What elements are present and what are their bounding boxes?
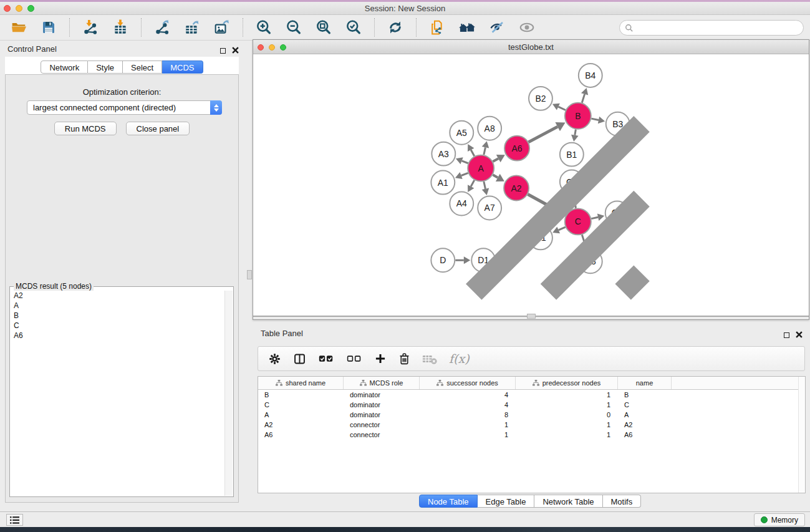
select-all-button[interactable]	[318, 352, 334, 365]
delete-table-icon	[422, 353, 437, 365]
search-input[interactable]	[634, 22, 803, 34]
task-history-button[interactable]	[6, 514, 23, 526]
close-icon	[232, 47, 239, 54]
tab-node-table[interactable]: Node Table	[419, 495, 478, 508]
tab-network[interactable]: Network	[41, 60, 88, 74]
import-table-button[interactable]	[109, 17, 132, 38]
result-item[interactable]: B	[12, 311, 223, 321]
zoom-out-button[interactable]	[282, 17, 305, 38]
houses-icon	[458, 19, 476, 36]
network-canvas[interactable]: AA1A2A3A4A5A6A7A8BB1B2B3B4CC1C2C3C4DD1	[254, 54, 808, 316]
result-item[interactable]: A	[12, 301, 223, 311]
column-header-predecessor-nodes[interactable]: predecessor nodes	[516, 377, 618, 389]
tab-select[interactable]: Select	[123, 60, 162, 74]
export-network-icon	[154, 19, 170, 36]
network-from-selection-button[interactable]	[426, 17, 448, 38]
table-body: Bdominator41BCdominator41CAdominator80AA…	[258, 390, 805, 440]
table-panel-title: Table Panel	[261, 329, 303, 338]
table-row[interactable]: Bdominator41B	[258, 390, 805, 400]
tab-edge-table[interactable]: Edge Table	[478, 495, 535, 508]
zoom-fit-button[interactable]	[312, 17, 335, 38]
application-window: Session: New Session	[0, 2, 810, 527]
add-column-button[interactable]	[374, 352, 387, 365]
delete-table-button[interactable]	[422, 353, 437, 365]
columns-icon	[293, 352, 306, 365]
criterion-selected-value: largest connected component (directed)	[27, 103, 210, 112]
table-close-button[interactable]	[796, 329, 803, 341]
mcds-result-box: MCDS result (5 nodes) A2ABCA6	[9, 286, 234, 497]
zoom-selected-button[interactable]	[342, 17, 365, 38]
export-image-button[interactable]	[211, 17, 233, 38]
table-settings-button[interactable]	[268, 352, 281, 365]
result-list-scrollbar[interactable]	[224, 291, 233, 496]
network-bottom-divider	[253, 316, 809, 319]
control-panel-header: Control Panel	[0, 41, 244, 57]
table-scrollbar[interactable]	[798, 377, 805, 493]
control-panel-tabs: NetworkStyleSelectMCDS	[0, 60, 244, 74]
close-panel-push-button[interactable]: Close panel	[126, 122, 190, 135]
search-field[interactable]	[619, 20, 804, 36]
result-item[interactable]: C	[12, 321, 223, 331]
tab-network-table[interactable]: Network Table	[534, 495, 602, 508]
import-network-button[interactable]	[79, 17, 102, 38]
result-item[interactable]: A2	[12, 291, 223, 301]
table-panel: Table Panel	[253, 325, 810, 511]
import-table-icon	[112, 19, 128, 36]
result-item[interactable]: A6	[12, 331, 223, 341]
table-float-button[interactable]	[784, 329, 789, 341]
run-mcds-button[interactable]: Run MCDS	[54, 122, 117, 135]
save-session-button[interactable]	[37, 17, 60, 38]
criterion-select[interactable]: largest connected component (directed)	[27, 100, 222, 115]
tab-style[interactable]: Style	[88, 60, 123, 74]
cell-name: C	[618, 400, 672, 410]
resize-grip-icon[interactable]	[253, 49, 807, 311]
table-row[interactable]: A6connector11A6	[258, 430, 805, 440]
list-icon	[10, 516, 19, 525]
attribute-tree-icon	[276, 380, 282, 386]
tab-mcds[interactable]: MCDS	[162, 60, 203, 74]
toolbar-separator	[374, 18, 375, 37]
gear-icon	[268, 352, 281, 365]
column-header-name[interactable]: name	[618, 377, 672, 389]
export-table-button[interactable]	[181, 17, 203, 38]
zoom-in-button[interactable]	[253, 17, 275, 38]
function-builder-button[interactable]: f(x)	[449, 352, 470, 365]
open-session-button[interactable]	[7, 17, 30, 38]
refresh-button[interactable]	[384, 17, 407, 38]
column-header-successor-nodes[interactable]: successor nodes	[420, 377, 516, 389]
cell-successor-nodes: 1	[420, 420, 516, 430]
float-panel-button[interactable]	[220, 45, 226, 56]
cell-name: B	[618, 390, 672, 400]
unchecked-boxes-icon	[346, 352, 362, 365]
table-row[interactable]: Cdominator41C	[258, 400, 805, 410]
tab-motifs[interactable]: Motifs	[603, 495, 642, 508]
hide-graphics-button[interactable]	[486, 17, 508, 38]
export-network-button[interactable]	[151, 17, 173, 38]
zoom-in-icon	[255, 19, 272, 36]
table-row[interactable]: Adominator80A	[258, 410, 805, 420]
deselect-all-button[interactable]	[346, 352, 362, 365]
eye-button[interactable]	[516, 17, 538, 38]
memory-button[interactable]: Memory	[754, 513, 805, 526]
cell-predecessor-nodes: 1	[516, 420, 618, 430]
control-panel: Control Panel NetworkStyleSelectMCDS Opt…	[0, 41, 244, 511]
houses-button[interactable]	[456, 17, 478, 38]
mcds-tab-content: Optimization criterion: largest connecte…	[5, 74, 239, 503]
cell-mcds-role: connector	[344, 430, 420, 440]
table-toolbar: f(x)	[258, 346, 805, 371]
cell-mcds-role: connector	[344, 420, 420, 430]
delete-column-button[interactable]	[398, 352, 410, 365]
table-row[interactable]: A2connector11A2	[258, 420, 805, 430]
splitter-handle[interactable]	[247, 270, 252, 279]
cell-shared-name: A2	[258, 420, 344, 430]
cell-shared-name: A6	[258, 430, 344, 440]
cell-predecessor-nodes: 1	[516, 400, 618, 410]
close-panel-button[interactable]	[232, 45, 239, 56]
eye-icon	[518, 20, 536, 35]
export-image-icon	[214, 19, 230, 36]
divider-handle[interactable]	[527, 314, 536, 319]
column-header-mcds-role[interactable]: MCDS role	[344, 377, 420, 389]
column-header-shared-name[interactable]: shared name	[258, 377, 344, 389]
export-table-icon	[184, 19, 200, 36]
show-columns-button[interactable]	[293, 352, 306, 365]
